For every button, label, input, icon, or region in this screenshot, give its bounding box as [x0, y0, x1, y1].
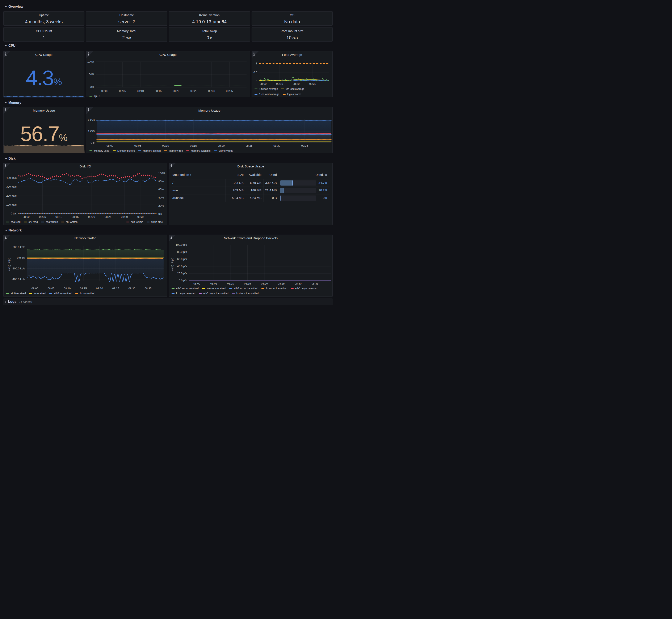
- svg-text:200 kb/s: 200 kb/s: [6, 194, 17, 197]
- svg-text:08:20: 08:20: [293, 82, 300, 85]
- svg-text:08:30: 08:30: [128, 287, 135, 290]
- svg-text:08:20: 08:20: [261, 282, 268, 285]
- svg-text:08:15: 08:15: [155, 89, 162, 92]
- svg-text:08:35: 08:35: [301, 144, 308, 147]
- svg-text:08:00: 08:00: [23, 215, 29, 218]
- svg-text:60%: 60%: [158, 188, 164, 191]
- svg-text:80%: 80%: [158, 180, 164, 183]
- svg-text:08:00: 08:00: [260, 82, 267, 85]
- svg-text:08:05: 08:05: [210, 282, 217, 285]
- svg-text:300 kb/s: 300 kb/s: [6, 185, 17, 188]
- svg-text:08:30: 08:30: [121, 215, 128, 218]
- svg-text:-200.0 kb/s: -200.0 kb/s: [12, 267, 25, 270]
- svg-text:08:05: 08:05: [48, 287, 55, 290]
- svg-text:08:10: 08:10: [137, 89, 144, 92]
- svg-text:80.0 p/s: 80.0 p/s: [177, 250, 187, 254]
- svg-text:08:00: 08:00: [107, 144, 113, 147]
- svg-text:08:15: 08:15: [190, 144, 197, 147]
- svg-text:08:30: 08:30: [295, 282, 302, 285]
- svg-text:08:15: 08:15: [80, 287, 87, 290]
- svg-text:08:35: 08:35: [145, 287, 151, 290]
- svg-text:08:00: 08:00: [101, 89, 108, 92]
- svg-text:08:20: 08:20: [173, 89, 180, 92]
- svg-text:08:30: 08:30: [208, 89, 215, 92]
- svg-text:08:35: 08:35: [226, 89, 233, 92]
- svg-text:08:15: 08:15: [72, 215, 79, 218]
- svg-text:60.0 p/s: 60.0 p/s: [177, 258, 187, 261]
- svg-text:08:25: 08:25: [278, 282, 285, 285]
- svg-text:0.5: 0.5: [253, 71, 257, 74]
- svg-text:08:05: 08:05: [39, 215, 46, 218]
- svg-text:08:20: 08:20: [96, 287, 103, 290]
- svg-text:08:35: 08:35: [137, 215, 144, 218]
- svg-text:-400.0 kb/s: -400.0 kb/s: [12, 278, 25, 281]
- svg-text:08:30: 08:30: [273, 144, 280, 147]
- svg-text:08:35: 08:35: [312, 282, 318, 285]
- svg-text:08:10: 08:10: [276, 82, 283, 85]
- svg-text:08:25: 08:25: [112, 287, 119, 290]
- svg-text:08:10: 08:10: [227, 282, 234, 285]
- svg-text:08:30: 08:30: [309, 82, 316, 85]
- svg-text:100.0 p/s: 100.0 p/s: [176, 243, 187, 246]
- svg-text:100%: 100%: [87, 60, 95, 63]
- svg-text:08:00: 08:00: [32, 287, 39, 290]
- svg-text:40.0 p/s: 40.0 p/s: [177, 265, 187, 268]
- svg-text:0 b/s: 0 b/s: [11, 212, 17, 215]
- svg-text:08:10: 08:10: [55, 215, 62, 218]
- svg-text:08:20: 08:20: [218, 144, 225, 147]
- svg-text:08:05: 08:05: [134, 144, 141, 147]
- svg-text:08:25: 08:25: [246, 144, 253, 147]
- svg-text:0 B: 0 B: [90, 141, 95, 144]
- svg-text:08:00: 08:00: [193, 282, 200, 285]
- svg-text:0.0 b/s: 0.0 b/s: [17, 256, 25, 259]
- svg-text:0%: 0%: [90, 86, 94, 89]
- svg-text:1 GiB: 1 GiB: [88, 130, 95, 133]
- svg-text:08:25: 08:25: [105, 215, 112, 218]
- svg-text:20.0 p/s: 20.0 p/s: [177, 272, 187, 275]
- svg-text:0.0 p/s: 0.0 p/s: [179, 279, 187, 282]
- svg-text:08:05: 08:05: [119, 89, 126, 92]
- svg-text:08:20: 08:20: [88, 215, 95, 218]
- svg-text:08:15: 08:15: [244, 282, 251, 285]
- svg-text:08:10: 08:10: [162, 144, 169, 147]
- svg-text:2 GiB: 2 GiB: [88, 119, 95, 122]
- svg-text:1: 1: [256, 62, 257, 65]
- svg-text:0%: 0%: [158, 212, 162, 215]
- svg-text:100 kb/s: 100 kb/s: [6, 203, 17, 206]
- svg-text:400 kb/s: 400 kb/s: [6, 176, 17, 180]
- svg-text:0: 0: [256, 79, 257, 83]
- svg-text:40%: 40%: [158, 196, 164, 199]
- svg-text:08:25: 08:25: [190, 89, 197, 92]
- svg-text:50%: 50%: [89, 73, 94, 76]
- svg-text:200.0 kb/s: 200.0 kb/s: [13, 246, 25, 249]
- svg-text:100%: 100%: [158, 171, 166, 175]
- svg-text:20%: 20%: [158, 204, 164, 207]
- svg-text:08:10: 08:10: [64, 287, 71, 290]
